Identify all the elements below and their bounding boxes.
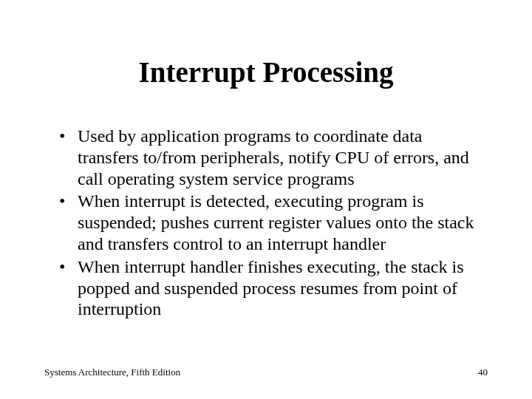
footer-source: Systems Architecture, Fifth Edition <box>44 366 180 378</box>
page-number: 40 <box>478 366 488 378</box>
slide-title: Interrupt Processing <box>44 55 488 89</box>
bullet-item: When interrupt handler finishes executin… <box>59 256 488 320</box>
bullet-item: Used by application programs to coordina… <box>59 126 488 189</box>
slide-content: Used by application programs to coordina… <box>44 126 488 320</box>
slide-container: Interrupt Processing Used by application… <box>0 0 532 399</box>
bullet-item: When interrupt is detected, executing pr… <box>59 191 488 254</box>
bullet-list: Used by application programs to coordina… <box>59 126 488 320</box>
